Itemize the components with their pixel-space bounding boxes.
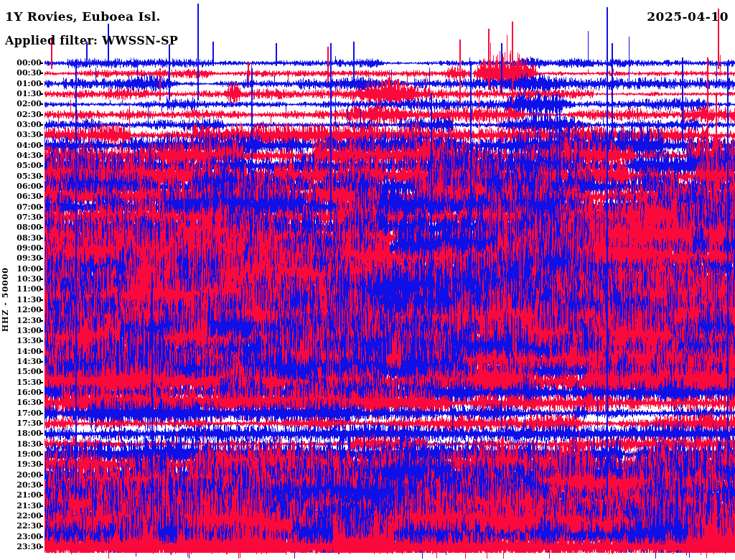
time-label: 17:00 [0,409,42,418]
time-label: 21:00 [0,491,42,500]
helicorder-page: 1Y Rovies, Euboea Isl. Applied filter: W… [0,0,735,560]
time-label: 07:30 [0,213,42,222]
channel-scale-label: HHZ - 50000 [1,267,10,332]
time-label: 14:30 [0,358,42,366]
time-label: 13:30 [0,337,42,345]
time-label: 14:00 [0,347,42,356]
time-label: 16:00 [0,388,42,397]
time-label: 01:00 [0,80,42,88]
time-label: 04:00 [0,141,42,150]
time-label: 09:00 [0,244,42,253]
time-label: 19:00 [0,450,42,459]
time-label: 16:30 [0,398,42,407]
time-label: 05:30 [0,172,42,181]
time-label: 04:30 [0,151,42,160]
time-label: 21:30 [0,502,42,510]
station-title: 1Y Rovies, Euboea Isl. [5,9,161,24]
applied-filter-label: Applied filter: WWSSN-SP [5,34,178,47]
time-label: 06:30 [0,192,42,201]
helicorder-canvas [0,0,735,560]
time-label: 08:00 [0,223,42,232]
time-label: 23:00 [0,533,42,541]
time-label: 02:00 [0,100,42,108]
time-label: 01:30 [0,90,42,98]
time-label: 18:00 [0,429,42,438]
time-label: 00:30 [0,69,42,78]
time-label: 03:00 [0,121,42,129]
time-label: 19:30 [0,460,42,469]
time-label: 07:00 [0,203,42,212]
time-label: 08:30 [0,234,42,243]
time-label: 15:30 [0,378,42,387]
date-label: 2025-04-10 [647,9,729,24]
time-label: 18:30 [0,440,42,449]
time-label: 22:00 [0,512,42,521]
time-label: 15:00 [0,368,42,376]
time-label: 22:30 [0,522,42,531]
time-label: 02:30 [0,111,42,119]
time-label: 05:00 [0,162,42,170]
time-label: 00:00 [0,59,42,67]
time-label: 06:00 [0,182,42,191]
time-label: 09:30 [0,254,42,263]
time-label: 23:30 [0,543,42,551]
time-label: 20:30 [0,481,42,490]
time-label: 20:00 [0,471,42,480]
time-label: 03:30 [0,131,42,139]
time-label: 17:30 [0,419,42,428]
